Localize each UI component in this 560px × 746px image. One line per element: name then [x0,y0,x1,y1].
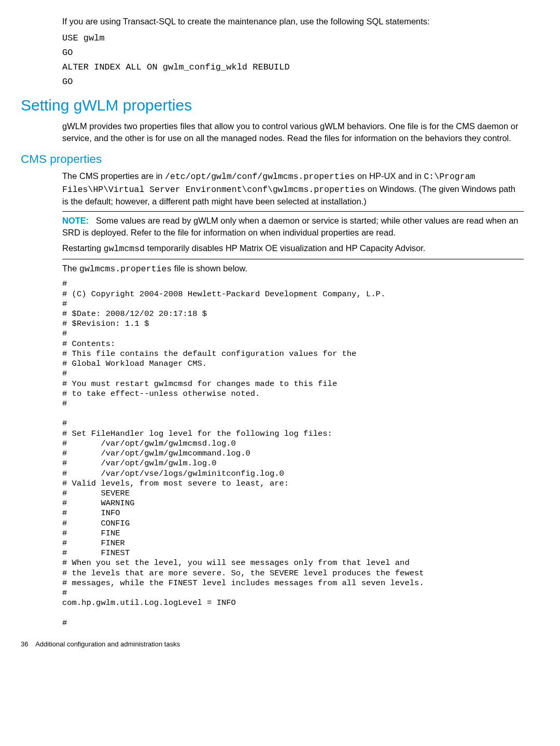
cms-path-hpux: /etc/opt/gwlm/conf/gwlmcms.properties [165,172,355,182]
cms-p1a: The CMS properties are in [62,171,165,181]
cms-p2b: file is shown below. [172,264,247,273]
cms-filename: gwlmcms.properties [79,264,172,274]
chapter-title: Additional configuration and administrat… [35,640,180,648]
note-rule-bottom [62,259,524,259]
note-rule-top [62,211,524,212]
intro-transact-text: If you are using Transact-SQL to create … [62,16,524,27]
note-body-1: Some values are read by gWLM only when a… [62,216,519,237]
note-body-2a: Restarting [62,243,104,253]
section-body: gWLM provides two properties files that … [62,120,524,144]
page-number: 36 [21,640,28,648]
subsection-title-cms: CMS properties [21,151,539,168]
properties-file-listing: # # (C) Copyright 2004-2008 Hewlett-Pack… [62,279,539,628]
section-title-setting-gwlm: Setting gWLM properties [21,94,539,116]
cms-p1b: on HP-UX and in [355,171,424,181]
file-shown-paragraph: The gwlmcms.properties file is shown bel… [62,263,524,275]
page-footer: 36 Additional configuration and administ… [21,640,539,649]
note-label: NOTE: [62,216,89,225]
note-body-2b: temporarily disables HP Matrix OE visual… [145,243,425,253]
sql-code-block: USE gwlm GO ALTER INDEX ALL ON gwlm_conf… [62,31,539,89]
note-paragraph-2: Restarting gwlmcmsd temporarily disables… [62,242,524,255]
note-paragraph-1: NOTE: Some values are read by gWLM only … [62,215,524,238]
cms-p2a: The [62,264,79,273]
note-code-gwlmcmsd: gwlmcmsd [104,244,145,254]
cms-properties-paragraph: The CMS properties are in /etc/opt/gwlm/… [62,170,524,207]
